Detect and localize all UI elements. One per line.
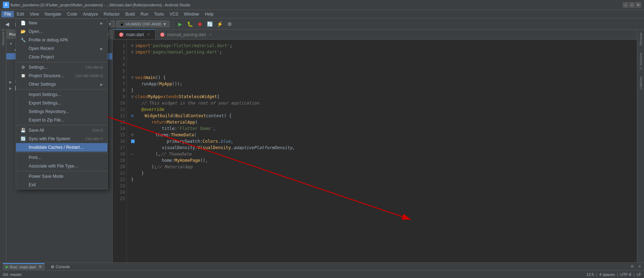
sidebar-z-structure-label[interactable]: Z: Structure (638, 51, 643, 71)
fm-item-settings[interactable]: ⚙ Settings... Ctrl+Alt+S (16, 63, 107, 72)
fm-label-new: New (29, 21, 97, 25)
fm-item-exit[interactable]: Exit (16, 181, 107, 189)
menu-refactor[interactable]: Refactor (101, 11, 123, 17)
debug-button[interactable]: 🐛 (186, 20, 194, 28)
menu-edit[interactable]: Edit (14, 11, 27, 17)
fm-item-open[interactable]: 📂 Open... (16, 27, 107, 36)
arrow-new: ▶ (100, 21, 103, 25)
fm-item-print[interactable]: Print... (16, 153, 107, 162)
back-button[interactable]: ◀ (3, 20, 11, 28)
close-button[interactable]: ✕ (635, 2, 641, 8)
fm-item-settings-repo[interactable]: Settings Repository... (16, 107, 107, 116)
menu-help[interactable]: Help (202, 11, 216, 17)
line-numbers: 1234567891011121314151617181920212223242… (113, 40, 127, 262)
open-icon: 📂 (20, 29, 26, 34)
fm-item-profile-apk[interactable]: 🔧 Profile or debug APK (16, 36, 107, 44)
code-line-14: title: 'Flutter Demo', (131, 125, 633, 132)
menu-build[interactable]: Build (123, 11, 138, 17)
tab-main-dart[interactable]: 🎯 main.dart ✕ (114, 29, 156, 39)
code-line-4 (131, 62, 633, 68)
fm-item-export-settings[interactable]: Export Settings... (16, 99, 107, 107)
menu-run[interactable]: Run (138, 11, 151, 17)
sidebar-resource-manager[interactable]: Resource Manager (1, 33, 6, 47)
code-line-12: ⊙ Widget build(BuildContext context) { (131, 113, 633, 119)
tab-manual-parsing[interactable]: 🎯 manual_parsing.dart ✕ (156, 29, 217, 39)
menu-analyze[interactable]: Analyze (80, 11, 101, 17)
fm-item-export-zip[interactable]: Export to Zip File... (16, 116, 107, 124)
menu-navigate[interactable]: Navigate (42, 11, 64, 17)
run-tab[interactable]: ▶ Run: main.dart ✕ (3, 263, 45, 270)
code-line-22: } (131, 176, 633, 183)
fm-label-save-all: Save All (29, 128, 89, 133)
code-line-9: ▽class MyApp extends StatelessWidget { (131, 93, 633, 100)
code-line-10: // This widget is the root of your appli… (131, 100, 633, 106)
run-icon: ▶ (6, 265, 9, 269)
fm-label-other-settings: Other Settings (29, 82, 97, 87)
tree-arrow-8: ▶ (9, 86, 13, 90)
window-title: flutter_jsondemo [G:\Flutter_project\flu… (11, 3, 623, 7)
editor-area: 🎯 main.dart ✕ 🎯 manual_parsing.dart ✕ 12… (113, 30, 637, 262)
fm-label-power-save: Power Save Mode (29, 174, 103, 179)
shortcut-settings: Ctrl+Alt+S (85, 65, 103, 69)
fm-item-import-settings[interactable]: Import Settings... (16, 90, 107, 99)
fm-label-open: Open... (29, 29, 103, 34)
fm-label-sync-files: Sync with File System (29, 136, 83, 141)
fm-item-sync-files[interactable]: 🔄 Sync with File System Ctrl+Alt+Y (16, 135, 107, 143)
sync-button[interactable]: 🔄 (205, 20, 214, 28)
fm-item-assoc-file[interactable]: Associate with File Type... (16, 162, 107, 170)
fm-label-profile-apk: Profile or debug APK (29, 38, 103, 42)
code-line-11: @override (131, 106, 633, 113)
fm-label-settings-repo: Settings Repository... (29, 109, 103, 114)
settings-button[interactable]: ⚙ (225, 20, 234, 28)
bottom-bar: ▶ Run: main.dart ✕ 🖥 Console ⚙ ✕ (0, 262, 644, 270)
menu-tools[interactable]: Tools (151, 11, 167, 17)
console-label: Console (56, 265, 70, 269)
fm-label-print: Print... (29, 155, 103, 160)
menu-vcs[interactable]: VCS (167, 11, 181, 17)
code-line-2: ▽import 'pages/manual_parsing.dart'; (131, 49, 633, 55)
chevron-down-icon-3: ▼ (163, 22, 166, 26)
fm-item-new[interactable]: 📄 New ▶ (16, 19, 107, 27)
code-line-21: } (131, 170, 633, 176)
fm-label-export-settings: Export Settings... (29, 101, 103, 106)
fm-item-other-settings[interactable]: Other Settings ▶ (16, 80, 107, 89)
run-file-label: main.dart (19, 265, 36, 269)
maximize-button[interactable]: □ (629, 2, 635, 8)
tab-label-main: main.dart (126, 32, 144, 37)
left-sidebar: Resource Manager (0, 30, 6, 262)
fm-item-power-save[interactable]: Power Save Mode (16, 172, 107, 181)
sidebar-captures-label[interactable]: Captures (638, 75, 643, 91)
menu-view[interactable]: View (27, 11, 42, 17)
settings-icon-bottom[interactable]: ⚙ (631, 264, 634, 268)
fm-item-save-all[interactable]: 💾 Save All Ctrl+S (16, 126, 107, 135)
menu-code[interactable]: Code (64, 11, 80, 17)
code-line-23 (131, 183, 633, 189)
file-menu: 📄 New ▶ 📂 Open... 🔧 Profile or debug APK… (16, 18, 108, 189)
run-file-close-icon[interactable]: ✕ (39, 265, 42, 269)
settings-icon: ⚙ (20, 65, 26, 70)
tab-close-main[interactable]: ✕ (146, 32, 151, 37)
fm-item-open-recent[interactable]: Open Recent ▶ (16, 44, 107, 53)
fm-label-exit: Exit (29, 182, 103, 187)
console-tab[interactable]: 🖥 Console (47, 264, 73, 270)
fm-item-project-structure[interactable]: 🔲 Project Structure... Ctrl+Alt+Shift+S (16, 72, 107, 80)
linesep-status: LF (637, 272, 641, 277)
close-bottom-icon[interactable]: ✕ (638, 264, 641, 268)
lightning-button[interactable]: ⚡ (215, 20, 224, 28)
code-line-13: return MaterialApp( (131, 119, 633, 125)
device2-selector[interactable]: 📱 HUAWEI OXF-AN00 ▼ (116, 21, 170, 27)
code-view[interactable]: ▽import 'package:flutter/material.dart';… (127, 40, 637, 262)
fm-sep-4 (16, 152, 107, 153)
fm-item-invalidate-caches[interactable]: Invalidate Caches / Restart... (16, 143, 107, 152)
menu-file[interactable]: File (1, 11, 14, 17)
fm-item-close-project[interactable]: Close Project (16, 53, 107, 61)
sidebar-structure-label[interactable]: Structure (638, 31, 643, 47)
run-button[interactable]: ▶ (176, 20, 184, 28)
tab-close-manual[interactable]: ✕ (208, 32, 213, 37)
menu-window[interactable]: Window (181, 11, 202, 17)
minimize-button[interactable]: ─ (623, 2, 628, 8)
sync-icon: 🔄 (20, 136, 26, 141)
chevron-down-icon-2: ▼ (108, 22, 112, 26)
fm-sep-3 (16, 125, 107, 125)
stop-button[interactable]: ⏹ (196, 20, 204, 28)
